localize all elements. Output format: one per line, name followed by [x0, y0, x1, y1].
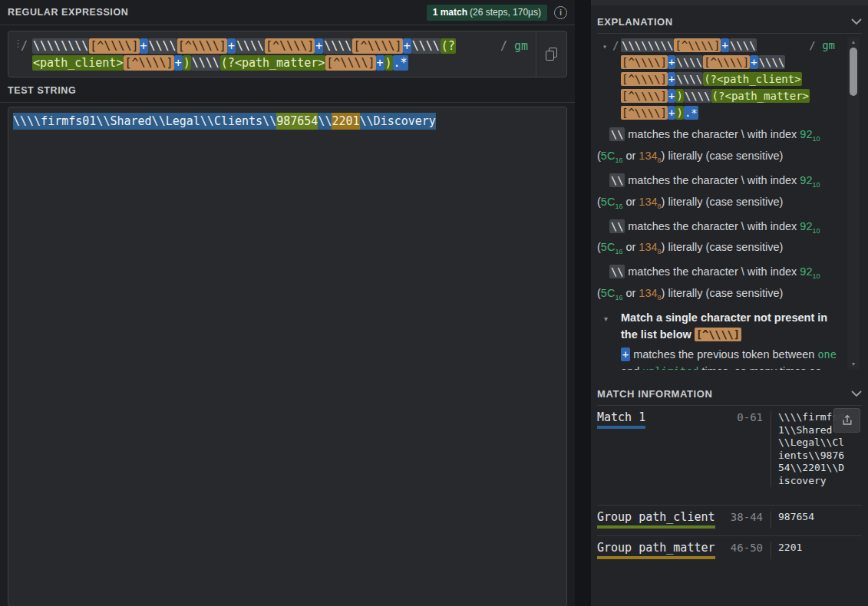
entry-segment: one — [817, 348, 836, 361]
regex-token-group: (? — [441, 38, 456, 54]
group-client-highlight: 987654 — [276, 113, 318, 130]
regex-flags-value: gm — [514, 39, 528, 53]
badge-match-count: 1 match — [433, 7, 467, 18]
entry-segment: unlimited — [642, 365, 698, 370]
regex-token-cls: [^\\\\] — [621, 55, 668, 69]
entry-segment: ) literally (case sensitive) — [662, 287, 784, 299]
match-row-label: Group path_client — [597, 511, 724, 529]
match-information-table: Match 10-61\\\\firmfs01\\Shared\\Legal\\… — [597, 406, 862, 566]
entry-segment: 1348 — [639, 241, 661, 253]
regex-token-esc: \\\\ — [684, 89, 711, 103]
entry-segment: 5C16 — [601, 150, 623, 162]
entry-segment: 9210 — [800, 174, 820, 186]
entry-segment: 5C16 — [601, 196, 623, 208]
drag-handle-icon[interactable]: ⋮ — [8, 31, 21, 77]
entry-segment: ) literally (case sensitive) — [662, 241, 784, 253]
entry-segment: matches the character \ with index — [625, 174, 800, 186]
regex-token-quant: + — [376, 55, 384, 71]
collapse-arrow-icon[interactable]: ▾ — [604, 311, 608, 328]
regex-token-group: <path_client> — [32, 55, 124, 71]
entry-segment: or — [622, 196, 639, 208]
regex-token-esc: \\\\\\\\ — [32, 38, 89, 54]
group-matter-highlight: 2201 — [332, 113, 359, 130]
regex-token-cls: [^\\\\] — [621, 89, 668, 103]
entry-segment: matches the character \ with index — [625, 265, 800, 278]
regex-token-esc: \\\\ — [675, 72, 703, 86]
regex-token-esc: \\\\ — [675, 55, 703, 69]
chevron-down-icon[interactable] — [851, 390, 862, 397]
info-icon[interactable]: i — [554, 6, 567, 19]
entry-segment: \\ — [609, 173, 625, 187]
test-string-section-title: TEST STRING — [8, 85, 76, 96]
match-row-label: Group path_matter — [597, 542, 724, 559]
regex-token-quant: .* — [684, 106, 698, 120]
regex-token-quant: + — [668, 55, 675, 69]
regex-pattern-line: <path_client>[^\\\\]+)\\\\(?<path_matter… — [32, 54, 499, 71]
explanation-regex-line: [^\\\\]+\\\\(?<path_client> — [621, 71, 846, 87]
match-count-badge[interactable]: 1 match (26 steps, 170µs) — [427, 5, 547, 21]
regex-token-group: ) — [183, 55, 191, 71]
entry-segment: \\ — [609, 265, 625, 278]
regex-token-quant: + — [668, 89, 675, 103]
entry-segment: 5C16 — [601, 241, 623, 253]
scroll-up-icon[interactable]: ▲ — [847, 39, 860, 44]
regex-token-quant: + — [668, 72, 675, 86]
explanation-title: EXPLANATION — [597, 16, 673, 28]
regex-token-group: (?<path_matter> — [220, 55, 325, 71]
explanation-entry: \\ matches the character \ with index 92… — [597, 263, 837, 306]
match-row-range: 46-50 — [724, 542, 763, 559]
match-highlight: \\ — [318, 113, 332, 130]
scrollbar-thumb[interactable] — [850, 48, 857, 96]
match-highlight: \\Discovery — [360, 113, 436, 130]
regex-token-esc: \\\\ — [758, 55, 786, 69]
match-row-value: 987654 — [771, 511, 849, 529]
test-string-section-header: TEST STRING — [0, 77, 575, 103]
regex-token-quant: + — [140, 38, 148, 54]
match-highlight: \\\\firmfs01\\Shared\\Legal\\Clients\\ — [13, 113, 276, 130]
entry-segment: or — [622, 241, 639, 253]
test-string-input[interactable]: \\\\firmfs01\\Shared\\Legal\\Clients\\98… — [8, 107, 567, 606]
regex-token-quant: + — [403, 38, 411, 54]
regex-token-cls: [^\\\\] — [265, 38, 315, 54]
regex-token-esc: \\\\ — [148, 38, 177, 54]
regex-token-cls: [^\\\\] — [124, 55, 173, 71]
regex-input[interactable]: ⋮ / \\\\\\\\[^\\\\]+\\\\[^\\\\]+\\\\[^\\… — [8, 31, 567, 77]
regex-token-esc: \\\\ — [323, 38, 352, 54]
regex-token-cls: [^\\\\] — [703, 55, 750, 69]
regex-section-title: REGULAR EXPRESSION — [8, 7, 128, 18]
regex-flags[interactable]: / gm — [500, 31, 536, 77]
export-matches-button[interactable] — [833, 408, 860, 433]
explanation-scrollbar[interactable]: ▲ ▼ — [847, 37, 860, 370]
regex-token-group: (?<path_client> — [703, 72, 801, 86]
explanation-entry: + matches the previous token between one… — [597, 346, 837, 370]
match-row-label-text: Match 1 — [597, 411, 645, 429]
badge-steps-time: (26 steps, 170µs) — [470, 7, 541, 18]
chevron-down-icon[interactable] — [851, 18, 862, 25]
entry-segment: \\ — [609, 219, 625, 233]
regex-token-cls: [^\\\\] — [177, 38, 227, 54]
copy-column — [536, 31, 566, 77]
entry-segment: matches the character \ with index — [625, 220, 800, 232]
entry-segment: ) literally (case sensitive) — [662, 150, 784, 162]
entry-segment: 1348 — [639, 196, 661, 208]
regex-token-esc: \\\\ — [236, 38, 265, 54]
collapse-arrow-icon[interactable]: ▾ — [602, 38, 607, 55]
entry-segment: + — [621, 347, 630, 361]
regex-token-quant: + — [174, 55, 183, 71]
copy-icon[interactable] — [546, 48, 557, 61]
regex-token-esc: \\\\\\\\ — [621, 38, 674, 52]
explanation-regex-line: [^\\\\]+\\\\[^\\\\]+\\\\ — [621, 54, 846, 71]
match-row-label-text: Group path_matter — [597, 542, 715, 559]
scroll-down-icon[interactable]: ▼ — [847, 361, 860, 367]
explanation-entry: \\ matches the character \ with index 92… — [597, 172, 837, 215]
regex-token-group: ) — [675, 106, 683, 120]
regex-token-cls: [^\\\\] — [674, 38, 721, 52]
regex-token-quant: + — [668, 106, 675, 120]
entry-segment: 9210 — [800, 128, 820, 140]
entry-segment: [^\\\\] — [695, 328, 741, 341]
regex-token-esc: \\\\ — [729, 38, 757, 52]
explanation-regex: ▾ / / gm \\\\\\\\[^\\\\]+\\\\ [^\\\\]+\\… — [597, 37, 846, 121]
regex-pattern[interactable]: \\\\\\\\[^\\\\]+\\\\[^\\\\]+\\\\[^\\\\]+… — [28, 31, 500, 77]
regex-token-quant: .* — [393, 55, 408, 71]
regex-token-cls: [^\\\\] — [89, 38, 139, 54]
